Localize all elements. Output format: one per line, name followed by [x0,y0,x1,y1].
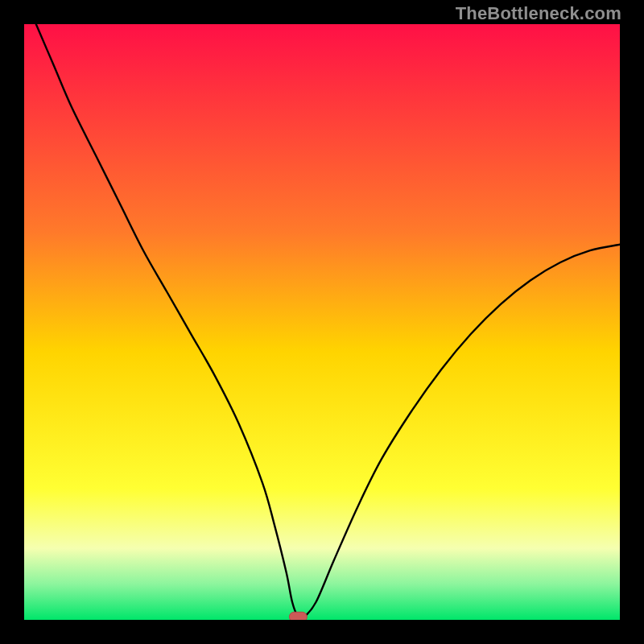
gradient-background [24,24,620,620]
watermark-text: TheBottleneck.com [456,3,621,24]
optimal-marker [289,612,307,620]
plot-area [24,24,620,620]
chart-frame: TheBottleneck.com [0,0,644,644]
bottleneck-chart [24,24,620,620]
